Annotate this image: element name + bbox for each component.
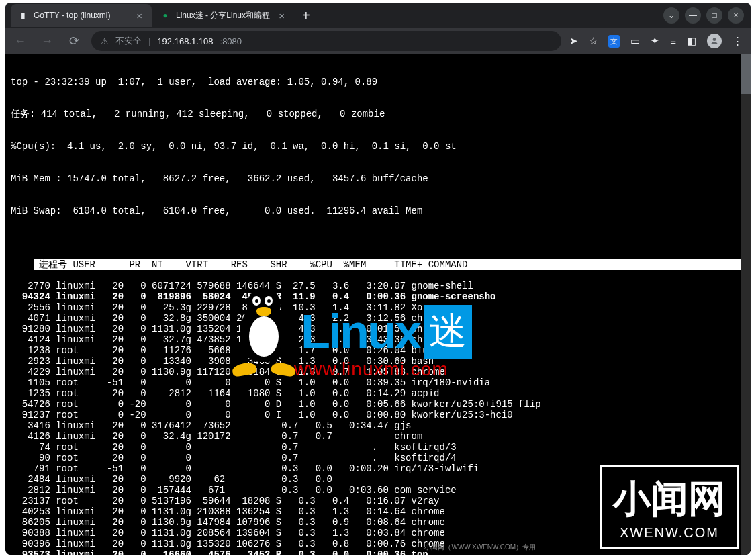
avatar[interactable] <box>707 34 722 48</box>
tasks-line: 任务: 414 total, 2 running, 412 sleeping, … <box>11 109 745 120</box>
column-header: 进程号 USER PR NI VIRT RES SHR %CPU %MEM TI… <box>34 259 751 270</box>
extensions-icon[interactable]: ✦ <box>651 35 659 47</box>
swap-line: MiB Swap: 6104.0 total, 6104.0 free, 0.0… <box>11 205 745 216</box>
linux-favicon: ● <box>160 10 171 21</box>
top-summary-line: top - 23:32:39 up 1:07, 1 user, load ave… <box>11 77 745 87</box>
process-row: 1235 root 20 0 2812 1164 1080 S 1.0 0.0 … <box>11 388 745 399</box>
share-icon[interactable]: ➤ <box>569 35 578 47</box>
process-row: 23137 root 20 0 5137196 59644 18208 S 0.… <box>11 496 745 506</box>
mem-line: MiB Mem : 15747.0 total, 8627.2 free, 36… <box>11 173 745 184</box>
tab-active[interactable]: ▮ GoTTY - top (linuxmi) × <box>11 4 152 27</box>
process-row: 2923 linuxmi 20 0 13340 3908 3460 S 1.3 … <box>11 356 745 367</box>
reading-list-icon[interactable]: ≡ <box>670 36 676 47</box>
process-row: 4126 linuxmi 20 0 32.4g 120172 0.7 0.7 c… <box>11 431 745 442</box>
menu-icon[interactable]: ⋮ <box>733 35 743 47</box>
svg-point-0 <box>713 38 716 41</box>
process-row: 2812 linuxmi 20 0 157444 671 0.3 0.0 0:0… <box>11 485 745 496</box>
process-row: 91237 root 0 -20 0 0 0 I 1.0 0.0 0:00.80… <box>11 410 745 420</box>
translate-icon[interactable]: 文 <box>608 35 620 48</box>
reload-button[interactable]: ⟳ <box>64 34 83 48</box>
process-row: 93573 linuxmi 20 0 16660 4576 3452 R 0.3… <box>11 549 745 555</box>
address-bar[interactable]: ⚠ 不安全 | 192.168.1.108:8080 <box>91 31 561 51</box>
terminal-favicon: ▮ <box>17 10 28 21</box>
process-row: 791 root -51 0 0 0.3 0.0 0:00.20 irq/173… <box>11 463 745 474</box>
close-tab-icon[interactable]: × <box>276 10 287 21</box>
browser-window: ▮ GoTTY - top (linuxmi) × ● Linux迷 - 分享L… <box>5 3 751 555</box>
minimize-button[interactable]: — <box>685 7 701 24</box>
scrollbar[interactable] <box>741 54 751 555</box>
back-button[interactable]: ← <box>11 34 30 48</box>
process-row: 90396 linuxmi 20 0 1131.0g 135320 106276… <box>11 539 745 549</box>
forward-button[interactable]: → <box>38 34 56 48</box>
url-port: :8080 <box>220 36 242 46</box>
process-row: 1238 root 20 0 11276 5668 5060 S 1.7 0.0… <box>11 345 745 356</box>
close-window-button[interactable]: × <box>728 7 744 24</box>
process-row: 2770 linuxmi 20 0 6071724 579688 146644 … <box>11 281 745 291</box>
new-tab-button[interactable]: + <box>295 8 317 24</box>
chevron-down-icon[interactable]: ⌄ <box>663 7 679 24</box>
close-tab-icon[interactable]: × <box>134 10 145 21</box>
process-row: 4229 linuxmi 20 0 1130.9g 117120 86184 S… <box>11 367 745 377</box>
process-row: 86205 linuxmi 20 0 1130.9g 147984 107996… <box>11 517 745 528</box>
process-row: 4071 linuxmi 20 0 32.8g 350004 209096 S … <box>11 313 745 324</box>
terminal-output[interactable]: top - 23:32:39 up 1:07, 1 user, load ave… <box>5 54 751 555</box>
toolbar: ← → ⟳ ⚠ 不安全 | 192.168.1.108:8080 ➤ ☆ 文 ▭… <box>5 28 751 54</box>
scrollbar-thumb[interactable] <box>741 54 751 94</box>
url-host: 192.168.1.108 <box>157 36 213 46</box>
process-list: 2770 linuxmi 20 0 6071724 579688 146644 … <box>11 281 745 555</box>
titlebar: ▮ GoTTY - top (linuxmi) × ● Linux迷 - 分享L… <box>5 3 751 28</box>
process-row: 2484 linuxmi 20 0 9920 62 0.3 0.0 <box>11 474 745 485</box>
cpu-line: %Cpu(s): 4.1 us, 2.0 sy, 0.0 ni, 93.7 id… <box>11 141 745 152</box>
process-row: 40253 linuxmi 20 0 1131.0g 210388 136254… <box>11 506 745 517</box>
process-row: 90388 linuxmi 20 0 1131.0g 208564 139604… <box>11 528 745 539</box>
maximize-button[interactable]: □ <box>706 7 722 24</box>
process-row: 2556 linuxmi 20 0 25.3g 229728 89748 S 1… <box>11 302 745 313</box>
tab-title: GoTTY - top (linuxmi) <box>34 11 110 20</box>
tab-title: Linux迷 - 分享Linux和编程 <box>176 10 270 21</box>
process-row: 94324 linuxmi 20 0 819896 58024 45424 R … <box>11 291 745 302</box>
insecure-icon: ⚠ <box>101 36 109 46</box>
tab-inactive[interactable]: ● Linux迷 - 分享Linux和编程 × <box>153 4 294 27</box>
side-panel-icon[interactable]: ◧ <box>687 35 696 47</box>
process-row: 74 root 20 0 0 0.7 . ksoftirqd/3 <box>11 442 745 453</box>
process-row: 4124 linuxmi 20 0 32.7g 473852 169728 S … <box>11 334 745 345</box>
book-icon[interactable]: ▭ <box>630 35 640 47</box>
toolbar-icons: ➤ ☆ 文 ▭ ✦ ≡ ◧ ⋮ <box>569 34 745 48</box>
process-row: 3416 linuxmi 20 0 3176412 73652 0.7 0.5 … <box>11 420 745 431</box>
process-row: 90 root 20 0 0 0.7 . ksoftirqd/4 <box>11 453 745 463</box>
process-row: 54726 root 0 -20 0 0 0 D 1.0 0.0 0:05.66… <box>11 399 745 410</box>
window-controls: ⌄ — □ × <box>663 7 751 24</box>
process-row: 91280 linuxmi 20 0 1131.0g 135204 105664… <box>11 324 745 334</box>
bookmark-icon[interactable]: ☆ <box>589 35 598 47</box>
insecure-label: 不安全 <box>115 35 142 47</box>
process-row: 1105 root -51 0 0 0 0 S 1.0 0.0 0:39.35 … <box>11 377 745 388</box>
